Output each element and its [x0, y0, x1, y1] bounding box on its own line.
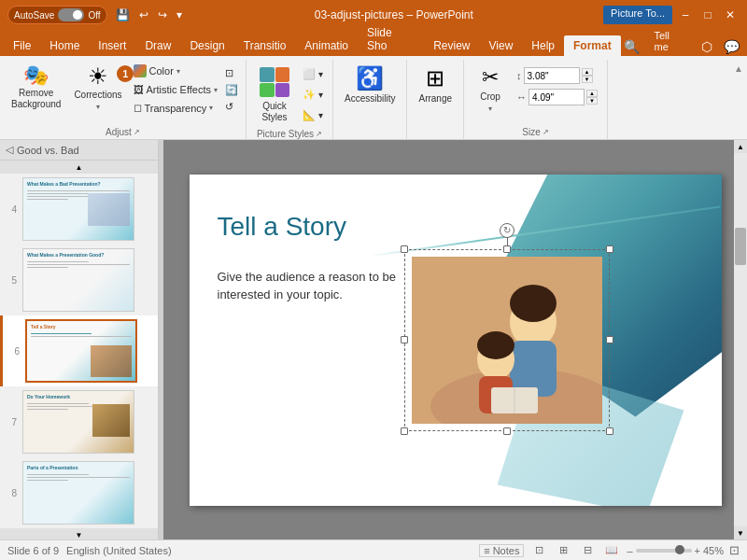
width-up-button[interactable]: ▲ — [586, 90, 598, 97]
autosave-badge[interactable]: AutoSave Off — [7, 6, 107, 24]
tab-slideshow[interactable]: Slide Sho — [358, 22, 424, 56]
slide-num-8: 8 — [6, 488, 17, 498]
status-bar: Slide 6 of 9 English (United States) ≡ N… — [0, 539, 747, 560]
zoom-slider[interactable] — [636, 549, 692, 553]
customize-qat-button[interactable]: ▾ — [174, 7, 185, 23]
selected-image[interactable]: ↻ — [404, 249, 610, 431]
tab-review[interactable]: Review — [424, 35, 479, 56]
slide-panel-scroll-up[interactable]: ▲ — [0, 161, 158, 174]
quick-styles-button[interactable]: QuickStyles — [252, 62, 297, 127]
notes-button[interactable]: ≡ Notes — [479, 544, 524, 557]
handle-top-right[interactable] — [606, 245, 613, 253]
rotate-handle[interactable]: ↻ — [500, 223, 514, 238]
ribbon-group-picture-styles: QuickStyles ⬜ ▾ ✨ ▾ 📐 ▾ Picture Styles ↗ — [247, 60, 333, 139]
zoom-out-button[interactable]: – — [627, 545, 632, 556]
height-input[interactable]: 3.08" — [524, 67, 580, 84]
search-button[interactable]: 🔍 — [621, 37, 643, 56]
tell-me-input[interactable]: Tell me — [646, 26, 694, 56]
content-area: Tell a Story Give the audience a reason … — [163, 140, 747, 539]
height-down-button[interactable]: ▼ — [582, 76, 593, 83]
handle-top-center[interactable] — [503, 245, 511, 253]
crop-icon: ✂ — [482, 65, 499, 90]
zoom-in-button[interactable]: + — [695, 545, 700, 556]
tab-animations[interactable]: Animatio — [295, 35, 358, 56]
redo-button[interactable]: ↪ — [155, 7, 170, 23]
tab-format[interactable]: Format — [564, 35, 621, 56]
slide-panel-scroll-down[interactable]: ▼ — [0, 528, 158, 539]
autosave-toggle[interactable] — [58, 8, 84, 21]
slide-item-7[interactable]: 7 Do Your Homework — [0, 386, 158, 457]
tab-insert[interactable]: Insert — [89, 35, 135, 56]
tab-help[interactable]: Help — [522, 35, 564, 56]
transparency-icon: ◻ — [134, 102, 142, 114]
collapse-ribbon-button[interactable]: ▲ — [730, 60, 747, 139]
slide-thumb-6: Tell a Story — [25, 319, 137, 383]
corrections-container: ☀ Corrections▾ 1 — [68, 62, 127, 116]
picture-border-button[interactable]: ⬜ ▾ — [299, 65, 327, 83]
slide-item-5[interactable]: 5 What Makes a Presentation Good? — [0, 245, 158, 315]
crop-button[interactable]: ✂ Crop▾ — [470, 62, 511, 118]
slide-item-8[interactable]: 8 Parts of a Presentation — [0, 457, 158, 528]
tab-design[interactable]: Design — [180, 35, 233, 56]
handle-middle-left[interactable] — [401, 336, 408, 343]
artistic-effects-button[interactable]: 🖼 Artistic Effects ▾ — [130, 81, 221, 98]
slide-counter: Slide 6 of 9 — [7, 545, 59, 556]
change-picture-button[interactable]: 🔄 — [223, 82, 240, 98]
tab-home[interactable]: Home — [40, 35, 89, 56]
undo-button[interactable]: ↩ — [136, 7, 151, 23]
picture-tools-tab[interactable]: Picture To... — [603, 6, 672, 24]
size-expand-icon[interactable]: ↗ — [543, 128, 549, 136]
svg-point-7 — [477, 331, 514, 359]
normal-view-button[interactable]: ⊡ — [529, 542, 548, 559]
slide-panel: ◁ Good vs. Bad ▲ 4 What Makes a Bad Pres… — [0, 140, 159, 539]
outline-view-button[interactable]: ⊞ — [554, 542, 572, 559]
tab-draw[interactable]: Draw — [135, 35, 180, 56]
tab-transitions[interactable]: Transitio — [234, 35, 296, 56]
accessibility-button[interactable]: ♿ Accessibility — [339, 62, 401, 108]
width-input[interactable]: 4.09" — [529, 89, 585, 105]
fit-to-window-button[interactable]: ⊡ — [729, 543, 740, 557]
handle-bottom-left[interactable] — [401, 427, 408, 435]
color-button[interactable]: Color ▾ — [130, 62, 221, 80]
artistic-effects-label: Artistic Effects — [147, 84, 211, 95]
accessibility-icon: ♿ — [356, 65, 384, 91]
picture-layout-button[interactable]: 📐 ▾ — [299, 106, 327, 124]
scroll-up-button[interactable]: ▲ — [734, 140, 747, 153]
slide-item-6[interactable]: 6 Tell a Story — [0, 315, 158, 386]
corrections-icon: ☀ — [88, 65, 108, 88]
handle-bottom-right[interactable] — [606, 427, 613, 435]
title-bar-controls: Picture To... – □ ✕ — [603, 6, 740, 24]
save-button[interactable]: 💾 — [113, 7, 133, 23]
tab-view[interactable]: View — [480, 35, 523, 56]
height-up-button[interactable]: ▲ — [582, 68, 593, 76]
close-button[interactable]: ✕ — [721, 6, 740, 24]
width-down-button[interactable]: ▼ — [586, 97, 598, 105]
scroll-down-button[interactable]: ▼ — [734, 526, 747, 539]
maximize-button[interactable]: □ — [698, 6, 717, 24]
language-indicator: English (United States) — [66, 545, 172, 556]
picture-effects-button[interactable]: ✨ ▾ — [299, 86, 327, 104]
slide-item-4[interactable]: 4 What Makes a Bad Presentation? — [0, 174, 158, 245]
handle-top-left[interactable] — [401, 245, 408, 253]
handle-bottom-center[interactable] — [503, 427, 511, 435]
slide-title: Tell a Story — [218, 212, 347, 242]
scroll-thumb[interactable] — [735, 228, 746, 265]
arrange-button[interactable]: ⊞ Arrange — [413, 62, 458, 108]
remove-background-button[interactable]: 🎭 RemoveBackground — [6, 62, 66, 114]
reset-picture-button[interactable]: ↺ — [223, 99, 240, 115]
transparency-button[interactable]: ◻ Transparency ▾ — [130, 99, 221, 117]
accessibility-group-label — [339, 135, 401, 139]
handle-middle-right[interactable] — [606, 336, 613, 343]
compress-pictures-button[interactable]: ⊡ — [223, 65, 240, 81]
minimize-button[interactable]: – — [676, 6, 695, 24]
collapse-panel-icon[interactable]: ◁ — [6, 144, 13, 156]
reading-view-button[interactable]: 📖 — [602, 542, 621, 559]
tab-file[interactable]: File — [4, 35, 40, 56]
picture-styles-expand-icon[interactable]: ↗ — [316, 130, 322, 138]
adjust-expand-icon[interactable]: ↗ — [134, 128, 140, 136]
share-button[interactable]: ⬡ — [698, 37, 716, 56]
slide-view[interactable]: Tell a Story Give the audience a reason … — [190, 175, 722, 506]
slide-sorter-button[interactable]: ⊟ — [578, 542, 597, 559]
picture-styles-content: QuickStyles ⬜ ▾ ✨ ▾ 📐 ▾ — [252, 62, 327, 127]
comments-button[interactable]: 💬 — [720, 37, 743, 56]
